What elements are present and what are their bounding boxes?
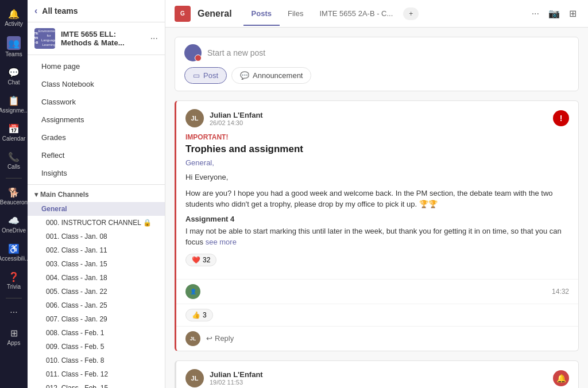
- expand-button[interactable]: ⊞: [567, 6, 579, 21]
- trivia-icon: ❓: [8, 271, 20, 282]
- sidebar-item-assignments[interactable]: 📋 Assignme...: [0, 91, 28, 117]
- channel-title: General: [198, 9, 232, 19]
- sidebar-divider-2: [6, 298, 22, 298]
- post-title-1: Trophies and assignment: [185, 143, 569, 155]
- urgent-badge: !: [553, 110, 569, 126]
- sidebar-item-accessibility[interactable]: ♿ Accessibili...: [0, 239, 28, 265]
- nav-grades[interactable]: Grades: [28, 129, 165, 146]
- sidebar-divider: [6, 178, 22, 179]
- sidebar-item-onedrive[interactable]: ☁️ OneDrive: [0, 211, 28, 237]
- post-icon: ▭: [193, 71, 200, 80]
- post-button[interactable]: ▭ Post: [184, 67, 227, 84]
- heart-reaction[interactable]: ❤️ 32: [185, 254, 216, 266]
- sidebar-label-onedrive: OneDrive: [2, 227, 26, 234]
- reply-icon: ↩: [206, 334, 212, 343]
- sidebar-label-beauceron: Beauceron: [0, 199, 28, 205]
- chat-icon: 💬: [8, 67, 20, 78]
- channel-008[interactable]: 008. Class - Feb. 1: [28, 326, 165, 340]
- channel-instructor[interactable]: 000. INSTRUCTOR CHANNEL 🔒: [28, 216, 165, 230]
- sidebar-label-trivia: Trivia: [7, 284, 21, 290]
- team-name: IMTE 5655 ELL: Methods & Mate...: [61, 30, 145, 47]
- post-section-title-1: Assignment 4: [185, 215, 569, 223]
- new-post-box: Start a new post ▭ Post 💬 Announcement: [175, 37, 579, 91]
- channel-006[interactable]: 006. Class - Jan. 25: [28, 298, 165, 312]
- nav-assignments[interactable]: Assignments: [28, 111, 165, 129]
- video-call-button[interactable]: 📷: [546, 6, 562, 21]
- post-avatar-2: JL: [185, 369, 204, 387]
- announcement-button[interactable]: 💬 Announcement: [231, 67, 311, 84]
- sidebar-item-trivia[interactable]: ❓ Trivia: [0, 267, 28, 293]
- post-badge-2: 🔔: [553, 370, 569, 386]
- reaction-area-1: 👍 3: [176, 304, 578, 326]
- channel-007[interactable]: 007. Class - Jan. 29: [28, 312, 165, 326]
- new-post-placeholder[interactable]: Start a new post: [207, 48, 265, 57]
- add-tab-button[interactable]: +: [403, 7, 419, 20]
- calls-icon: 📞: [8, 151, 20, 162]
- back-label: All teams: [42, 6, 78, 15]
- nav-home-page[interactable]: Home page: [28, 57, 165, 75]
- channel-general[interactable]: General: [28, 202, 165, 216]
- post-section-body-1: I may not be able to start marking this …: [185, 226, 569, 248]
- channel-003[interactable]: 003. Class - Jan. 15: [28, 257, 165, 271]
- post-tag-1[interactable]: General,: [185, 158, 569, 167]
- sidebar-label-calendar: Calendar: [2, 135, 26, 142]
- nav-class-notebook[interactable]: Class Notebook: [28, 75, 165, 93]
- sidebar-label-activity: Activity: [5, 21, 23, 27]
- sidebar-item-chat[interactable]: 💬 Chat: [0, 63, 28, 89]
- sidebar-item-more[interactable]: ···: [0, 303, 28, 321]
- sidebar-item-beauceron[interactable]: 🐕 Beauceron: [0, 183, 28, 209]
- post-card-2: JL Julian L'Enfant 19/02 11:53 🔔 Norton,…: [175, 360, 579, 389]
- post-inner-1: JL Julian L'Enfant 26/02 14:30 ! IMPORTA…: [176, 101, 578, 279]
- new-post-header: Start a new post: [184, 44, 569, 61]
- activity-icon: 🔔: [8, 8, 20, 20]
- channels-label: Main Channels: [40, 191, 89, 199]
- new-post-buttons: ▭ Post 💬 Announcement: [184, 67, 569, 84]
- back-arrow-icon: ‹: [34, 6, 37, 16]
- post-header-2: JL Julian L'Enfant 19/02 11:53 🔔: [185, 369, 569, 387]
- more-icon: ···: [8, 306, 20, 318]
- channel-011[interactable]: 011. Class - Feb. 12: [28, 367, 165, 381]
- post-body-para-1: How are you? I hope you had a good week …: [185, 188, 569, 210]
- channel-009[interactable]: 009. Class - Feb. 5: [28, 340, 165, 354]
- channels-header[interactable]: ▾ Main Channels: [28, 187, 165, 202]
- team-avatar: IMTE5655 2A-BEnvironments forLanguage Le…: [34, 28, 55, 49]
- main-content: G General Posts Files IMTE 5655 2A-B - C…: [165, 0, 588, 388]
- reply-area-1: 👤 14:32: [176, 279, 578, 304]
- team-info: IMTE5655 2A-BEnvironments forLanguage Le…: [28, 22, 165, 55]
- sidebar-item-apps[interactable]: ⊞ Apps: [0, 324, 28, 350]
- nav-classwork[interactable]: Classwork: [28, 93, 165, 111]
- channel-010[interactable]: 010. Class - Feb. 8: [28, 354, 165, 367]
- sidebar-item-calendar[interactable]: 📅 Calendar: [0, 119, 28, 145]
- nav-insights[interactable]: Insights: [28, 164, 165, 182]
- team-more-button[interactable]: ···: [150, 33, 158, 44]
- reply-button[interactable]: ↩ Reply: [206, 334, 234, 343]
- nav-reflect[interactable]: Reflect: [28, 146, 165, 164]
- channel-004[interactable]: 004. Class - Jan. 18: [28, 271, 165, 285]
- post-inner-2: JL Julian L'Enfant 19/02 11:53 🔔 Norton,…: [176, 361, 578, 389]
- back-to-teams[interactable]: ‹ All teams: [28, 0, 165, 22]
- sidebar-item-teams[interactable]: 👥 Teams: [0, 33, 28, 61]
- assignments-icon: 📋: [8, 95, 20, 106]
- sidebar-item-activity[interactable]: 🔔 Activity: [0, 5, 28, 30]
- channel-012[interactable]: 012. Class - Feb. 15: [28, 381, 165, 388]
- announcement-icon: 💬: [240, 71, 249, 80]
- tab-posts[interactable]: Posts: [243, 1, 280, 26]
- tab-files[interactable]: Files: [280, 1, 311, 26]
- reply-avatar: JL: [185, 331, 200, 346]
- user-avatar: [184, 44, 202, 61]
- see-more-link[interactable]: see more: [206, 238, 237, 246]
- channel-001[interactable]: 001. Class - Jan. 08: [28, 230, 165, 243]
- nav-menu: Home page Class Notebook Classwork Assig…: [28, 55, 165, 185]
- sidebar-item-calls[interactable]: 📞 Calls: [0, 148, 28, 173]
- tab-imte[interactable]: IMTE 5655 2A-B - C...: [311, 1, 401, 26]
- channel-002[interactable]: 002. Class - Jan. 11: [28, 243, 165, 257]
- important-label: IMPORTANT!: [185, 133, 569, 141]
- chevron-down-icon: ▾: [34, 191, 38, 199]
- thumbs-emoji: 👍: [192, 311, 200, 319]
- channel-header: G General Posts Files IMTE 5655 2A-B - C…: [165, 0, 588, 28]
- thumbs-reaction[interactable]: 👍 3: [185, 309, 213, 321]
- sidebar-label-teams: Teams: [5, 51, 22, 57]
- more-options-button[interactable]: ···: [529, 6, 541, 21]
- post-header-1: JL Julian L'Enfant 26/02 14:30 !: [185, 109, 569, 127]
- channel-005[interactable]: 005. Class - Jan. 22: [28, 285, 165, 298]
